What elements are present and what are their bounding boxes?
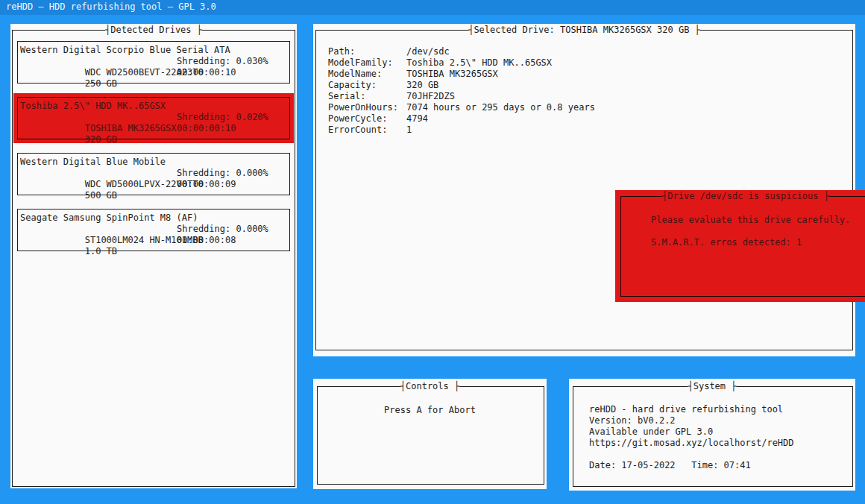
drive-detail-value: TOSHIBA MK3265GSX xyxy=(406,69,498,80)
drive-shredding-status: Shredding: 0.020% xyxy=(177,112,268,123)
drive-detail-row: Path: /dev/sdc xyxy=(328,46,595,57)
drive-timer: 00:00:00:10 xyxy=(177,67,236,78)
drive-model-line: WDC WD2500BEVT-22A23T0 Shredding: 0.030% xyxy=(20,56,287,67)
drive-timer: 00:00:00:08 xyxy=(177,235,236,246)
drive-capacity: 500 GB xyxy=(85,190,117,201)
drive-detail-value: 4794 xyxy=(406,113,428,125)
warning-message: Please evaluate this drive carefully. xyxy=(651,215,850,226)
drive-detail-value: /dev/sdc xyxy=(406,46,450,57)
drive-detail-row: ModelName: TOSHIBA MK3265GSX xyxy=(328,69,595,80)
drive-detail-label: PowerOnHours: xyxy=(328,102,406,113)
suspicious-drive-warning-dialog: Drive /dev/sdc is suspicious Please eval… xyxy=(615,190,865,302)
system-info-line: Date: 17-05-2022 Time: 07:41 xyxy=(589,460,794,471)
drive-box: Western Digital Blue Mobile WDC WD5000LP… xyxy=(17,153,290,195)
drive-model-line: WDC WD5000LPVX-22V0TT0 Shredding: 0.000% xyxy=(20,168,287,179)
drive-timer: 00:00:00:10 xyxy=(177,123,236,134)
system-info-line: Available under GPL 3.0 xyxy=(589,426,794,438)
drive-capacity: 250 GB xyxy=(85,78,117,89)
drive-model-line: ST1000LM024 HN-M101MBB Shredding: 0.000% xyxy=(20,224,287,235)
drive-box: Seagate Samsung SpinPoint M8 (AF) ST1000… xyxy=(17,209,290,251)
system-title: System xyxy=(688,381,736,392)
drive-shredding-status: Shredding: 0.000% xyxy=(177,168,268,179)
selected-drive-title: Selected Drive: TOSHIBA MK3265GSX 320 GB xyxy=(468,25,700,36)
drive-detail-value: 7074 hours or 295 days or 0.8 years xyxy=(406,102,595,113)
warning-dialog-title: Drive /dev/sdc is suspicious xyxy=(662,191,829,202)
drive-detail-value: 320 GB xyxy=(406,80,438,91)
drive-detail-label: Capacity: xyxy=(328,80,406,91)
drive-list-item[interactable]: Western Digital Blue Mobile WDC WD5000LP… xyxy=(13,149,294,199)
drive-detail-label: Path: xyxy=(328,46,406,57)
detected-drives-title: Detected Drives xyxy=(105,25,202,36)
system-info-line xyxy=(589,449,794,460)
drive-detail-row: ModelFamily: Toshiba 2.5\" HDD MK..65GSX xyxy=(328,57,595,69)
drive-detail-label: ModelFamily: xyxy=(328,57,406,69)
drive-detail-row: PowerCycle: 4794 xyxy=(328,113,595,125)
drive-detail-value: Toshiba 2.5\" HDD MK..65GSX xyxy=(406,57,552,69)
drive-timer: 00:00:00:09 xyxy=(177,179,236,190)
drive-name: Western Digital Scorpio Blue Serial ATA xyxy=(20,45,287,56)
drive-detail-label: Serial: xyxy=(328,91,406,102)
smart-error-count: S.M.A.R.T. erros detected: 1 xyxy=(651,237,802,248)
drive-detail-value: 1 xyxy=(406,125,412,136)
drive-shredding-status: Shredding: 0.000% xyxy=(177,224,268,235)
system-info: reHDD - hard drive refurbishing tool Ver… xyxy=(589,404,794,471)
detected-drives-panel: Detected Drives Western Digital Scorpio … xyxy=(10,24,297,488)
drive-detail-value: 70JHF2DZS xyxy=(406,91,455,102)
drive-detail-row: Capacity: 320 GB xyxy=(328,80,595,91)
drive-box: Toshiba 2.5\" HDD MK..65GSX TOSHIBA MK32… xyxy=(17,97,290,139)
drive-list-item[interactable]: Western Digital Scorpio Blue Serial ATA … xyxy=(13,37,294,87)
system-info-line: https://git.mosad.xyz/localhorst/reHDD xyxy=(589,438,794,449)
controls-frame xyxy=(317,386,544,485)
drive-name: Toshiba 2.5\" HDD MK..65GSX xyxy=(20,101,287,112)
drive-detail-label: ModelName: xyxy=(328,69,406,80)
drive-capacity-line: 500 GB 00:00:00:09 xyxy=(20,179,287,190)
title-bar: reHDD – HDD refurbishing tool – GPL 3.0 xyxy=(0,0,865,15)
drive-detail-row: PowerOnHours: 7074 hours or 295 days or … xyxy=(328,102,595,113)
drive-detail-label: ErrorCount: xyxy=(328,125,406,136)
drive-capacity-line: 250 GB 00:00:00:10 xyxy=(20,67,287,78)
system-info-line: Version: bV0.2.2 xyxy=(589,415,794,426)
drive-list-item[interactable]: Toshiba 2.5\" HDD MK..65GSX TOSHIBA MK32… xyxy=(13,93,294,143)
drive-box: Western Digital Scorpio Blue Serial ATA … xyxy=(17,41,290,84)
drive-name: Western Digital Blue Mobile xyxy=(20,157,287,168)
system-panel: System reHDD - hard drive refurbishing t… xyxy=(569,379,855,491)
drive-list-item[interactable]: Seagate Samsung SpinPoint M8 (AF) ST1000… xyxy=(13,205,294,255)
drive-list: Western Digital Scorpio Blue Serial ATA … xyxy=(12,30,295,487)
controls-panel: Controls Press A for Abort xyxy=(313,379,547,489)
system-info-line: reHDD - hard drive refurbishing tool xyxy=(589,404,794,415)
drive-name: Seagate Samsung SpinPoint M8 (AF) xyxy=(20,212,287,224)
drive-detail-row: ErrorCount: 1 xyxy=(328,125,595,136)
selected-drive-details: Path: /dev/sdc ModelFamily: Toshiba 2.5\… xyxy=(328,46,595,136)
drive-detail-label: PowerCycle: xyxy=(328,113,406,125)
controls-title: Controls xyxy=(400,381,459,392)
drive-detail-row: Serial: 70JHF2DZS xyxy=(328,91,595,102)
drive-shredding-status: Shredding: 0.030% xyxy=(177,56,268,67)
drive-capacity: 320 GB xyxy=(85,134,117,145)
drive-model-line: TOSHIBA MK3265GSX Shredding: 0.020% xyxy=(20,112,287,123)
drive-capacity: 1.0 TB xyxy=(85,246,117,256)
abort-hint: Press A for Abort xyxy=(313,405,547,416)
drive-capacity-line: 1.0 TB 00:00:00:08 xyxy=(20,235,287,246)
drive-capacity-line: 320 GB 00:00:00:10 xyxy=(20,123,287,134)
